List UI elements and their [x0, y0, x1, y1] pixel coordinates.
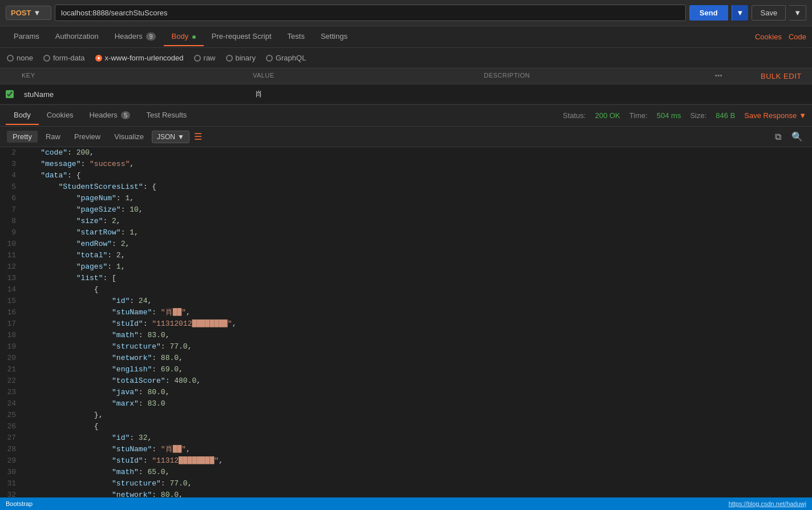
json-number: 32: [139, 434, 148, 442]
kv-options-icon[interactable]: •••: [715, 72, 761, 80]
kv-row-value[interactable]: 肖: [253, 87, 484, 102]
line-content: "list": [: [23, 273, 812, 284]
res-tab-testresults[interactable]: Test Results: [138, 106, 195, 125]
json-comma: ,: [165, 388, 170, 396]
line-number: 8: [0, 216, 23, 227]
radio-raw[interactable]: raw: [194, 54, 216, 62]
json-output[interactable]: 2 "code": 200,3 "message": "success",4 "…: [0, 147, 812, 510]
json-key: "totalScore": [112, 377, 165, 385]
format-tab-pretty[interactable]: Pretty: [7, 131, 38, 143]
json-key: "id": [112, 434, 130, 442]
line-content: "total": 2,: [23, 250, 812, 261]
radio-label-binary: binary: [236, 54, 256, 62]
json-line: 28 "stuName": "肖██",: [0, 444, 812, 455]
format-tab-raw[interactable]: Raw: [40, 131, 66, 143]
kv-row-checkbox[interactable]: [6, 90, 14, 98]
json-line: 23 "java": 80.0,: [0, 387, 812, 398]
json-colon: :: [161, 479, 170, 488]
json-line: 7 "pageSize": 10,: [0, 204, 812, 216]
json-key: "total": [76, 251, 108, 260]
line-number: 7: [0, 204, 23, 216]
json-colon: :: [152, 445, 161, 454]
tab-params[interactable]: Params: [6, 27, 47, 46]
json-line: 26 {: [0, 421, 812, 432]
format-list-icon[interactable]: ☰: [194, 131, 202, 142]
json-colon: :: [139, 399, 148, 408]
status-label: Status:: [563, 111, 585, 120]
tab-authorization[interactable]: Authorization: [47, 27, 107, 46]
json-key: "StudentScoresList": [58, 183, 143, 191]
json-line: 20 "network": 88.0,: [0, 353, 812, 364]
radio-binary[interactable]: binary: [226, 54, 256, 62]
format-tab-visualize[interactable]: Visualize: [108, 131, 150, 143]
json-colon: :: [121, 205, 130, 214]
json-key: "code": [41, 148, 67, 157]
radio-none[interactable]: none: [7, 54, 33, 62]
json-line: 31 "structure": 77.0,: [0, 478, 812, 489]
tab-settings[interactable]: Settings: [313, 27, 355, 46]
tab-body[interactable]: Body: [164, 27, 204, 46]
json-colon: :: [139, 331, 148, 339]
json-key: "pages": [76, 262, 108, 271]
line-content: "startRow": 1,: [23, 227, 812, 238]
radio-x-www[interactable]: x-www-form-urlencoded: [95, 54, 184, 62]
json-line: 24 "marx": 83.0: [0, 398, 812, 410]
cookies-link[interactable]: Cookies: [755, 33, 782, 41]
json-key: "pageNum": [76, 194, 116, 203]
json-colon: :: [130, 434, 139, 442]
line-number: 14: [0, 284, 23, 296]
json-line: 17 "stuId": "11312012████████",: [0, 318, 812, 330]
json-string: "11312012████████": [152, 319, 232, 328]
radio-label-raw: raw: [204, 54, 216, 62]
json-key: "endRow": [76, 240, 112, 248]
line-number: 5: [0, 181, 23, 193]
bottom-link[interactable]: https://blog.csdn.net/haduwj: [729, 500, 806, 507]
json-colon: :: [143, 183, 152, 191]
bulk-edit-button[interactable]: Bulk Edit: [761, 72, 806, 80]
radio-form-data[interactable]: form-data: [43, 54, 85, 62]
line-number: 28: [0, 444, 23, 455]
json-format-select[interactable]: JSON ▼: [152, 131, 189, 143]
res-tab-body[interactable]: Body: [6, 106, 39, 125]
save-dropdown-button[interactable]: ▼: [789, 5, 806, 21]
line-content: "message": "success",: [23, 159, 812, 170]
json-comma: ,: [134, 228, 139, 237]
code-link[interactable]: Code: [789, 33, 806, 41]
json-colon: :: [103, 274, 112, 282]
send-button[interactable]: Send: [689, 5, 728, 21]
search-icon[interactable]: 🔍: [789, 130, 805, 143]
json-colon: :: [107, 262, 116, 271]
kv-row-key[interactable]: stuName: [22, 88, 253, 101]
save-response-button[interactable]: Save Response ▼: [744, 111, 806, 120]
json-number: 1: [116, 262, 121, 271]
method-select[interactable]: POST ▼: [6, 6, 51, 20]
tab-prerequest[interactable]: Pre-request Script: [204, 27, 280, 46]
json-key: "stuId": [112, 319, 143, 328]
radio-label-x-www: x-www-form-urlencoded: [105, 54, 184, 62]
json-colon: :: [121, 228, 130, 237]
save-button[interactable]: Save: [752, 5, 786, 21]
copy-icon[interactable]: ⧉: [773, 130, 783, 143]
json-comma: ,: [147, 297, 152, 305]
line-content: "math": 65.0,: [23, 467, 812, 478]
json-colon: :: [152, 365, 161, 374]
format-tab-preview[interactable]: Preview: [68, 131, 106, 143]
line-number: 16: [0, 307, 23, 318]
tab-tests[interactable]: Tests: [280, 27, 313, 46]
send-dropdown-button[interactable]: ▼: [732, 5, 749, 21]
res-tab-cookies[interactable]: Cookies: [39, 106, 82, 125]
json-key: "size": [76, 217, 103, 225]
save-response-chevron-icon: ▼: [799, 111, 806, 120]
line-number: 24: [0, 398, 23, 410]
line-number: 4: [0, 170, 23, 181]
json-number: 10: [130, 205, 139, 214]
res-tab-headers[interactable]: Headers 5: [82, 106, 139, 125]
json-colon: :: [116, 194, 126, 203]
json-key: "data": [41, 171, 67, 180]
json-colon: :: [143, 456, 152, 465]
kv-row-desc[interactable]: [484, 92, 715, 96]
url-input[interactable]: [55, 5, 686, 21]
radio-dot-none: [7, 55, 14, 62]
radio-graphql[interactable]: GraphQL: [266, 54, 306, 62]
tab-headers[interactable]: Headers 9: [107, 27, 164, 46]
